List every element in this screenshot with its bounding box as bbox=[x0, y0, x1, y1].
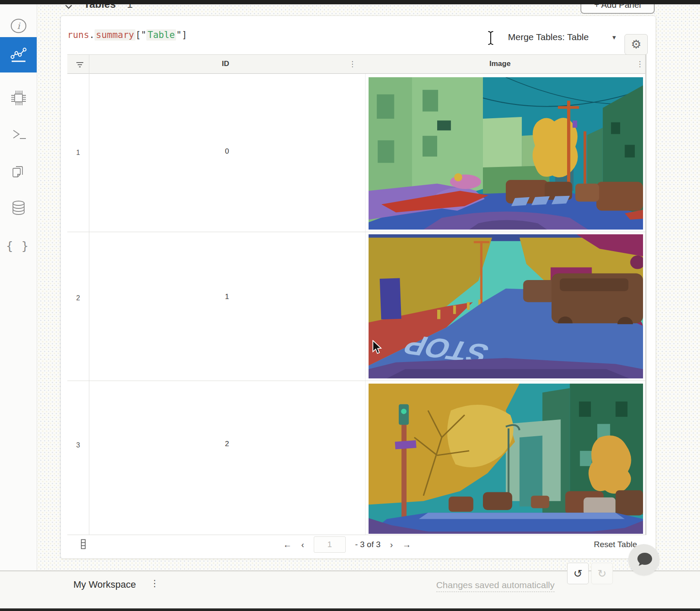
gear-icon: ⚙ bbox=[631, 38, 641, 51]
page-number-input[interactable] bbox=[314, 536, 346, 553]
chevron-down-icon[interactable] bbox=[65, 4, 73, 9]
query-open-bracket: [" bbox=[136, 30, 146, 40]
pagination: ← ‹ - 3 of 3 › → bbox=[283, 536, 411, 553]
cell-segmentation-image[interactable]: STOP bbox=[369, 234, 643, 378]
wandb-workspace-screen: Tables 1 + Add Panel i bbox=[0, 0, 700, 611]
query-method: summary bbox=[95, 29, 136, 41]
row-index: 3 bbox=[67, 441, 89, 449]
database-icon[interactable] bbox=[0, 194, 37, 222]
cell-id[interactable]: 1 bbox=[201, 293, 253, 301]
table-panel: runs.summary["Table"] Merge Tables: Tabl… bbox=[60, 16, 656, 559]
left-sidebar: i bbox=[0, 4, 37, 570]
column-header-image[interactable]: Image bbox=[489, 60, 511, 68]
column-header-id[interactable]: ID bbox=[222, 60, 229, 68]
column-divider bbox=[365, 74, 366, 535]
page-range-label: - 3 of 3 bbox=[355, 540, 381, 549]
workspace-menu-icon[interactable]: ⋮ bbox=[150, 578, 160, 589]
chat-bubble-icon bbox=[634, 550, 653, 569]
table-footer: ← ‹ - 3 of 3 › → Reset Table bbox=[67, 535, 646, 557]
panel-query[interactable]: runs.summary["Table"] bbox=[67, 30, 187, 40]
braces-glyph: { } bbox=[6, 239, 31, 252]
text-cursor-icon bbox=[487, 31, 494, 47]
query-dot: . bbox=[89, 30, 95, 40]
line-chart-icon[interactable] bbox=[0, 37, 37, 72]
column-menu-icon[interactable]: ⋮ bbox=[636, 60, 643, 69]
vertical-scrollbar[interactable] bbox=[645, 54, 646, 535]
row-divider bbox=[67, 232, 646, 232]
row-index: 1 bbox=[67, 149, 89, 157]
last-page-button[interactable]: → bbox=[403, 540, 411, 550]
prev-page-button[interactable]: ‹ bbox=[301, 540, 304, 550]
mouse-cursor bbox=[372, 340, 383, 356]
merge-tables-dropdown[interactable]: Merge Tables: Table bbox=[508, 32, 589, 42]
query-close-bracket: "] bbox=[176, 30, 187, 40]
chip-icon[interactable] bbox=[0, 84, 37, 112]
reset-table-button[interactable]: Reset Table bbox=[594, 540, 637, 549]
cell-id[interactable]: 2 bbox=[201, 440, 253, 448]
row-divider bbox=[67, 381, 646, 381]
undo-button[interactable]: ↺ bbox=[567, 563, 589, 584]
workspace-title[interactable]: My Workspace bbox=[73, 579, 136, 590]
query-object: runs bbox=[67, 30, 89, 40]
copy-icon[interactable] bbox=[0, 157, 37, 185]
row-height-icon[interactable] bbox=[80, 539, 86, 549]
workspace-bar: My Workspace ⋮ Changes saved automatical… bbox=[0, 571, 700, 608]
table-header: ID ⋮ Image ⋮ bbox=[67, 54, 646, 74]
top-dark-bar bbox=[0, 0, 700, 4]
braces-icon[interactable]: { } bbox=[0, 232, 37, 259]
info-icon[interactable]: i bbox=[0, 12, 37, 40]
filter-icon[interactable] bbox=[76, 62, 84, 68]
bottom-dark-bar bbox=[0, 608, 700, 611]
cell-segmentation-image[interactable] bbox=[369, 384, 643, 534]
row-index: 2 bbox=[67, 294, 89, 302]
svg-text:i: i bbox=[17, 21, 20, 31]
cell-id[interactable]: 0 bbox=[201, 147, 253, 156]
next-page-button[interactable]: › bbox=[390, 540, 393, 550]
column-menu-icon[interactable]: ⋮ bbox=[349, 60, 356, 69]
query-key: Table bbox=[146, 29, 176, 41]
column-divider bbox=[89, 54, 89, 535]
help-chat-button[interactable] bbox=[628, 544, 659, 575]
chevron-down-icon[interactable]: ▾ bbox=[612, 33, 616, 41]
cell-segmentation-image[interactable] bbox=[369, 77, 643, 230]
terminal-icon[interactable] bbox=[0, 121, 37, 148]
first-page-button[interactable]: ← bbox=[283, 540, 292, 550]
redo-button[interactable]: ↻ bbox=[591, 563, 613, 584]
panel-settings-button[interactable]: ⚙ bbox=[624, 34, 648, 55]
autosave-status[interactable]: Changes saved automatically bbox=[436, 580, 555, 592]
